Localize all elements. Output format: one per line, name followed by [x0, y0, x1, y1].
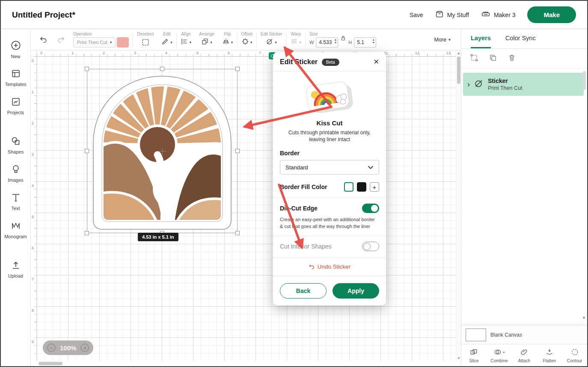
- undo-button[interactable]: [35, 35, 52, 45]
- design-canvas[interactable]: 0 1 2 3 4 5 6 7 8 9 10 11 12 13 0 1 2 3 …: [31, 50, 461, 366]
- horizontal-scroll-thumb[interactable]: [39, 362, 62, 365]
- die-cut-toggle[interactable]: [362, 204, 379, 213]
- scroll-up-icon[interactable]: ▲: [456, 51, 461, 55]
- sidebar-item-templates[interactable]: Templates: [1, 63, 30, 92]
- border-label: Border: [280, 150, 379, 157]
- close-icon[interactable]: ✕: [374, 59, 379, 65]
- apply-button[interactable]: Apply: [333, 283, 379, 299]
- my-stuff-button[interactable]: My Stuff: [435, 10, 469, 20]
- divider: [273, 257, 386, 257]
- sidebar-item-new[interactable]: New: [1, 35, 30, 63]
- canvas-color-swatch[interactable]: [466, 329, 486, 341]
- align-button[interactable]: Align ▾: [177, 32, 196, 47]
- fill-color-black-swatch[interactable]: [357, 182, 366, 192]
- cut-interior-label: Cut Interior Shapes: [280, 243, 332, 250]
- sidebar-item-projects[interactable]: Projects: [1, 92, 30, 120]
- more-button[interactable]: More▾: [434, 37, 457, 43]
- redo-button[interactable]: [52, 35, 69, 45]
- ruler-number: 2: [103, 51, 105, 55]
- chevron-down-icon: ▾: [299, 41, 301, 44]
- images-icon: [11, 164, 21, 175]
- arrange-button[interactable]: Arrange ▾: [195, 32, 218, 47]
- offset-icon: [241, 38, 249, 47]
- operation-dropdown[interactable]: Print Then Cut▾: [73, 37, 116, 47]
- selection-handle[interactable]: [235, 149, 240, 153]
- lock-icon[interactable]: [340, 35, 346, 43]
- vertical-scroll-thumb[interactable]: [457, 56, 460, 84]
- sidebar-item-monogram[interactable]: Monogram: [1, 216, 30, 244]
- chevron-down-icon: ▾: [190, 41, 192, 44]
- sidebar-item-shapes[interactable]: Shapes: [1, 131, 30, 159]
- vertical-scrollbar[interactable]: ▲ ▼: [456, 50, 461, 361]
- offset-button[interactable]: Offset ▾: [237, 32, 256, 47]
- panel-scroll-down-icon[interactable]: ▼: [582, 316, 586, 320]
- tab-layers[interactable]: Layers: [471, 29, 491, 48]
- width-stepper[interactable]: ▲▼: [334, 38, 337, 44]
- height-stepper[interactable]: ▲▼: [372, 38, 375, 44]
- tab-color-sync[interactable]: Color Sync: [505, 29, 536, 48]
- app-window: Untitled Project* Save My Stuff Maker 3 …: [0, 0, 588, 367]
- selection-handle[interactable]: [85, 149, 89, 153]
- cut-interior-toggle[interactable]: [362, 242, 379, 251]
- ruler-number: 8: [32, 308, 34, 313]
- pencil-icon: [161, 38, 169, 47]
- duplicate-icon[interactable]: [489, 53, 497, 64]
- machine-selector[interactable]: Maker 3: [481, 10, 516, 20]
- expand-chevron-icon[interactable]: ›: [467, 80, 470, 88]
- ruler-number: 7: [259, 51, 261, 55]
- templates-icon: [11, 68, 21, 80]
- slice-icon: [469, 348, 478, 357]
- sidebar-item-images[interactable]: Images: [1, 159, 30, 187]
- scroll-down-icon[interactable]: ▼: [456, 356, 461, 360]
- canvas-background-row[interactable]: Blank Canvas: [461, 325, 587, 344]
- ruler-number: 6: [32, 246, 34, 250]
- add-color-button[interactable]: +: [370, 182, 379, 192]
- chevron-down-icon: ▾: [250, 41, 252, 44]
- new-icon: [10, 40, 21, 52]
- save-button[interactable]: Save: [410, 12, 423, 18]
- selection-box[interactable]: [87, 69, 238, 233]
- selection-handle[interactable]: [235, 231, 240, 235]
- attach-button[interactable]: Attach: [512, 344, 537, 366]
- deselect-button[interactable]: Deselect: [133, 32, 157, 47]
- border-select[interactable]: Standard: [280, 160, 379, 175]
- ruler-number: 5: [196, 51, 199, 55]
- zoom-out-button[interactable]: [47, 343, 56, 352]
- flip-button[interactable]: Flip ▾: [218, 32, 237, 47]
- sidebar-item-upload[interactable]: Upload: [1, 255, 30, 283]
- make-button[interactable]: Make: [527, 6, 576, 23]
- selection-handle[interactable]: [235, 67, 240, 71]
- selection-handle[interactable]: [160, 67, 164, 71]
- group-icon[interactable]: [470, 53, 478, 64]
- chevron-down-icon: ▾: [210, 41, 212, 44]
- flatten-button[interactable]: Flatten: [537, 344, 562, 366]
- size-tooltip: 4.53 in x 5.1 in: [138, 233, 178, 241]
- horizontal-scrollbar[interactable]: [37, 361, 456, 366]
- fill-color-white-swatch[interactable]: [344, 182, 353, 192]
- selection-handle[interactable]: [85, 231, 89, 235]
- undo-icon: [309, 263, 315, 270]
- zoom-in-button[interactable]: [80, 343, 89, 352]
- canvas-grid[interactable]: 4.53 in x 5.1 in: [37, 56, 456, 361]
- sidebar-item-text[interactable]: Text: [1, 187, 30, 216]
- edit-button[interactable]: Edit ▾: [157, 32, 176, 47]
- undo-sticker-button[interactable]: Undo Sticker: [280, 263, 379, 270]
- delete-icon[interactable]: [508, 53, 516, 64]
- ruler-number: 6: [228, 51, 230, 55]
- selection-handle[interactable]: [85, 67, 89, 71]
- slice-button[interactable]: Slice: [461, 344, 487, 366]
- warp-button[interactable]: Warp ▾: [286, 32, 305, 47]
- combine-button[interactable]: ▾ Combine: [487, 344, 512, 366]
- edit-sticker-button[interactable]: Edit Sticker ▾: [257, 32, 286, 47]
- operation-color-swatch[interactable]: [117, 37, 129, 47]
- layer-row-sticker[interactable]: › Sticker Print Then Cut: [463, 73, 584, 96]
- blank-canvas-label: Blank Canvas: [490, 332, 522, 338]
- back-button[interactable]: Back: [280, 283, 327, 299]
- divider: [273, 236, 386, 236]
- ruler-number: 0: [32, 59, 34, 63]
- ruler-number: 4: [165, 51, 167, 55]
- panel-scroll-thumb[interactable]: [583, 71, 586, 90]
- my-stuff-icon: [435, 10, 444, 20]
- ruler-number: 2: [32, 121, 34, 125]
- contour-button[interactable]: Contour: [562, 344, 587, 366]
